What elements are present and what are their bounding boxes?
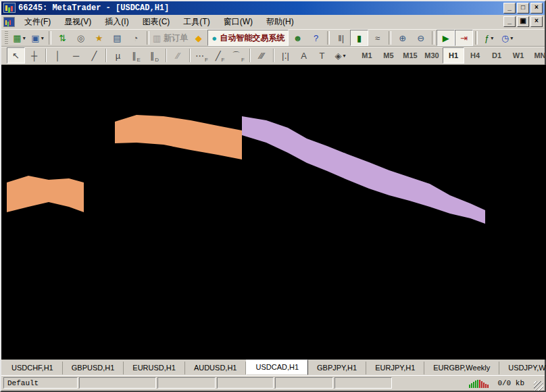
window-maximize-button[interactable]: □ [517,3,529,14]
trendline-button[interactable]: ╱ [85,47,103,64]
chart-minimize-button[interactable]: _ [503,16,516,27]
status-profile: Default [3,377,78,389]
window-close-button[interactable]: × [530,3,543,14]
resize-grip[interactable] [534,381,543,391]
chart-tab-gbpjpy-h1[interactable]: GBPJPY,H1 [308,362,366,374]
zoom-in-icon: ⊕ [399,34,406,43]
profiles-button[interactable]: ▣▾ [28,30,47,46]
fibonacci-arcs-button[interactable]: ⌒F [229,47,247,64]
strategy-tester-button[interactable]: ◔ [126,30,145,46]
chart-area[interactable] [1,65,546,360]
auto-trading-button[interactable]: ●自动智能交易系统 [207,30,289,46]
timeframe-mn[interactable]: MN [529,47,546,64]
expert-advisors-button[interactable]: ◆ [189,30,207,46]
line-studies-toolbar: ↖┼│─╱µ∥E∥D⁄⁄⋯F╱F⌒F⁄⁄⁄|⁚|AT◈▾M1M5M15M30H1… [1,47,545,64]
cycle-lines-button[interactable]: |⁚| [276,47,295,64]
timeframe-m1[interactable]: M1 [356,47,378,64]
fibonacci-arcs-icon: ⌒ [232,51,241,60]
app-icon [3,3,16,13]
toolbar-grip[interactable] [5,31,8,45]
channel-d-button[interactable]: ∥D [145,47,164,64]
text-label-button[interactable]: T [313,47,331,64]
title-bar[interactable]: 66245: MetaTrader - [USDCAD,H1] _□× [1,1,545,15]
horizontal-line-button[interactable]: ─ [67,47,85,64]
toolbar-separator [166,49,167,62]
timeframe-m15[interactable]: M15 [399,47,421,64]
menu-file[interactable]: 文件(F) [18,15,57,29]
timeframe-m30[interactable]: M30 [421,47,443,64]
chart-tab-eurgbp-weekly[interactable]: EURGBP,Weekly [424,362,499,374]
toolbar-separator [49,31,51,45]
candlestick-mode-button[interactable]: ▮ [350,30,368,46]
periods-dropdown-icon: ▾ [510,35,513,41]
market-watch-button[interactable]: ⇅ [53,30,72,46]
chart-tab-usdcad-h1[interactable]: USDCAD,H1 [246,360,308,375]
channel-e-button[interactable]: ∥E [127,47,145,64]
chart-tab-audusd-h1[interactable]: AUDUSD,H1 [185,362,247,374]
chart-window-icon [3,17,15,27]
gann-fan-button[interactable]: ⁄⁄ [169,47,187,64]
data-window-button[interactable]: ◎ [72,30,90,46]
new-order-icon: ▥ [153,34,161,43]
trendline-icon: ╱ [92,51,97,60]
help-topics-button[interactable]: ? [307,30,325,46]
menu-view[interactable]: 显视(V) [57,15,98,29]
equidistant-channel-icon: µ [116,51,121,60]
menu-window[interactable]: 窗口(W) [217,15,259,29]
candlestick-mode-icon: ▮ [357,34,362,43]
price-chart-canvas[interactable] [1,65,546,360]
arrows-icon: ◈ [334,51,341,60]
arrows-button[interactable]: ◈▾ [331,47,349,64]
auto-scroll-button[interactable]: ▶ [437,30,455,46]
market-watch-icon: ⇅ [59,34,66,43]
chart-tab-eurusd-h1[interactable]: EURUSD,H1 [124,362,185,374]
chart-tab-usdchf-h1[interactable]: USDCHF,H1 [3,362,63,374]
zoom-out-icon: ⊖ [417,34,424,43]
chart-tab-gbpusd-h1[interactable]: GBPUSD,H1 [63,362,124,374]
zoom-out-button[interactable]: ⊖ [412,30,430,46]
profiles-icon: ▣ [31,34,39,43]
timeframe-d1[interactable]: D1 [486,47,507,64]
new-order-button[interactable]: ▥新订单 [151,30,189,46]
timeframe-h1[interactable]: H1 [443,47,464,64]
menu-tools[interactable]: 工具(T) [176,15,216,29]
chart-tab-usdjpy-weekly[interactable]: USDJPY,Weekly [499,362,546,374]
zoom-in-button[interactable]: ⊕ [393,30,412,46]
terminal-button[interactable]: ▤ [108,30,126,46]
navigator-button[interactable]: ★ [90,30,108,46]
chart-shift-button[interactable]: ⇥ [455,30,473,46]
window-minimize-button[interactable]: _ [503,3,516,14]
chart-close-button[interactable]: × [530,16,543,27]
timeframe-m5[interactable]: M5 [378,47,399,64]
cursor-button[interactable]: ↖ [7,47,25,64]
new-chart-button[interactable]: ▦▾ [10,30,28,46]
timeframe-h4[interactable]: H4 [464,47,486,64]
fibonacci-fan-button[interactable]: ╱F [211,47,229,64]
expert-properties-button[interactable]: ☻ [289,30,307,46]
periods-button[interactable]: ◷▾ [498,30,516,46]
vertical-line-icon: │ [55,51,60,60]
equidistant-channel-button[interactable]: µ [109,47,127,64]
terminal-icon: ▤ [113,34,121,43]
vertical-line-button[interactable]: │ [49,47,67,64]
indicators-list-button[interactable]: ƒ▾ [480,30,498,46]
status-cell-4 [275,377,333,389]
status-cell-5 [334,377,392,389]
chart-restore-button[interactable]: ▣ [517,16,529,27]
toolbar-separator [273,49,274,62]
crosshair-button[interactable]: ┼ [25,47,43,64]
fibonacci-retracement-subscript: F [205,57,208,63]
timeframe-w1[interactable]: W1 [507,47,529,64]
menu-insert[interactable]: 插入(I) [98,15,135,29]
menu-charts[interactable]: 图表(C) [136,15,177,29]
status-cell-1 [79,377,156,389]
fibonacci-retracement-button[interactable]: ⋯F [193,47,211,64]
chart-tab-eurjpy-h1[interactable]: EURJPY,H1 [366,362,424,374]
profiles-dropdown-icon: ▾ [41,35,44,41]
andrews-pitchfork-button[interactable]: ⁄⁄⁄ [253,47,271,64]
menu-help[interactable]: 帮助(H) [259,15,301,29]
chart-tabs-bar: USDCHF,H1GBPUSD,H1EURUSD,H1AUDUSD,H1USDC… [1,360,545,375]
line-chart-mode-button[interactable]: ≈ [368,30,387,46]
bar-chart-mode-button[interactable]: ‖| [332,30,350,46]
text-button[interactable]: A [295,47,313,64]
